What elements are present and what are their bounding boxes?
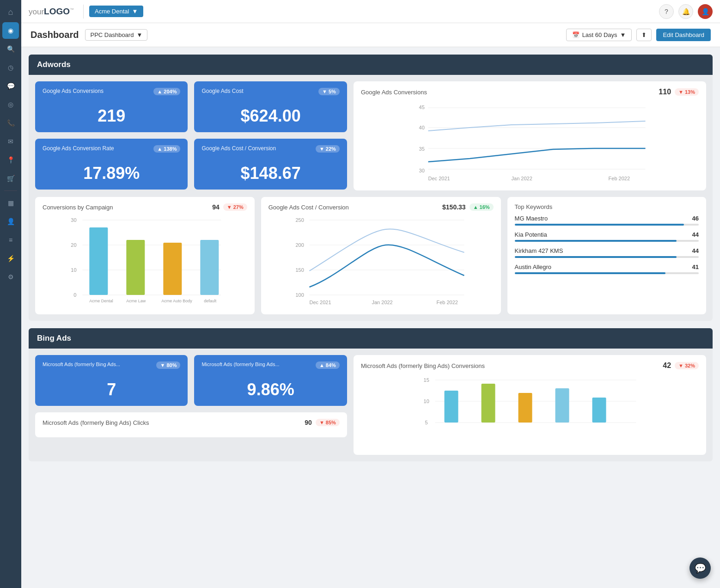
- bing-bar-chart-svg: 15 10 5: [361, 374, 699, 448]
- card-badge: ▲ 84%: [316, 361, 340, 369]
- sidebar-item-ecommerce[interactable]: 🛒: [2, 170, 19, 187]
- bing-section-header: Bing Ads: [29, 328, 713, 349]
- google-ads-cost-conversion-panel: Google Ads Cost / Conversion $150.33 ▲ 1…: [261, 197, 501, 314]
- sidebar-item-location[interactable]: 📍: [2, 152, 19, 168]
- svg-rect-21: [163, 243, 182, 295]
- sidebar: ⌂ ◉ 🔍 ◷ 💬 ◎ 📞 ✉ 📍 🛒 ▦ 👤 ≡ ⚡ ⚙: [0, 0, 21, 588]
- sidebar-item-email[interactable]: ✉: [2, 133, 19, 150]
- chart-current-value: 110: [659, 88, 671, 96]
- keyword-bar-fill: [515, 272, 666, 274]
- keyword-name: Kirkham 427 KMS: [515, 247, 563, 254]
- keywords-panel-header: Top Keywords: [515, 203, 699, 210]
- chart-header: Google Ads Conversions 110 ▼ 13%: [361, 88, 699, 96]
- sidebar-item-menu[interactable]: ≡: [2, 232, 19, 248]
- content-area: Adwords Google Ads Conversions ▲ 204% 21…: [21, 47, 720, 588]
- panel-title: Google Ads Cost / Conversion: [268, 204, 349, 211]
- svg-text:30: 30: [419, 168, 424, 173]
- svg-text:30: 30: [71, 217, 76, 223]
- chat-fab-button[interactable]: 💬: [689, 557, 711, 579]
- sidebar-item-analytics[interactable]: ◷: [2, 59, 19, 76]
- card-header: Google Ads Conversion Rate ▲ 138%: [43, 145, 180, 153]
- share-button[interactable]: ⬆: [636, 29, 652, 41]
- keywords-title: Top Keywords: [515, 203, 553, 210]
- card-bing-conversions: Microsoft Ads (formerly Bing Ads... ▼ 80…: [35, 355, 188, 406]
- svg-text:Feb 2022: Feb 2022: [608, 176, 629, 181]
- card-google-ads-cost-per-conversion: Google Ads Cost / Conversion ▼ 22% $148.…: [194, 139, 347, 190]
- svg-text:250: 250: [295, 217, 304, 223]
- svg-text:15: 15: [423, 377, 429, 383]
- keyword-bar-bg: [515, 256, 699, 258]
- card-label: Google Ads Conversion Rate: [43, 145, 114, 152]
- svg-text:Acme Dental: Acme Dental: [89, 299, 113, 303]
- card-label: Microsoft Ads (formerly Bing Ads...: [43, 361, 120, 367]
- sidebar-item-home[interactable]: ⌂: [2, 4, 19, 20]
- panel-value: 90: [305, 419, 312, 426]
- sidebar-item-messages[interactable]: 💬: [2, 78, 19, 94]
- client-selector[interactable]: Acme Dental ▼: [89, 6, 143, 17]
- keyword-count: 46: [692, 215, 699, 222]
- svg-text:Jan 2022: Jan 2022: [372, 300, 392, 305]
- svg-text:Jan 2022: Jan 2022: [511, 176, 532, 181]
- keyword-bar-fill: [515, 224, 684, 226]
- keyword-bar-fill: [515, 240, 677, 242]
- user-avatar[interactable]: 👤: [698, 4, 713, 19]
- date-range-button[interactable]: 📅 Last 60 Days ▼: [566, 29, 632, 41]
- sidebar-item-reports[interactable]: ▦: [2, 195, 19, 211]
- card-header: Google Ads Cost ▼ 5%: [201, 88, 339, 95]
- svg-rect-44: [444, 391, 458, 423]
- panel-trend: ▼ 27%: [223, 203, 247, 211]
- sidebar-item-dashboard[interactable]: ◉: [2, 22, 19, 39]
- avatar-initials: 👤: [702, 8, 709, 15]
- keyword-bar-fill: [515, 256, 677, 258]
- edit-dashboard-label: Edit Dashboard: [663, 31, 704, 38]
- logo-area: yourLOGO™: [29, 6, 74, 17]
- sidebar-item-settings[interactable]: ⚙: [2, 269, 19, 285]
- card-badge: ▼ 80%: [156, 361, 180, 369]
- sidebar-item-users[interactable]: 👤: [2, 213, 19, 230]
- dashboard-type-label: PPC Dashboard: [90, 31, 134, 38]
- line-chart-svg: 45 40 35 30 Dec 2021: [361, 101, 699, 184]
- dashboard-type-selector[interactable]: PPC Dashboard ▼: [85, 29, 147, 41]
- panel-value: 94: [212, 203, 220, 211]
- svg-text:150: 150: [295, 267, 304, 273]
- sidebar-item-search[interactable]: 🔍: [2, 41, 19, 57]
- keyword-bar-bg: [515, 272, 699, 274]
- keyword-item: Kia Potentia 44: [515, 231, 699, 242]
- sidebar-item-integrations[interactable]: ⚡: [2, 250, 19, 267]
- notifications-button[interactable]: 🔔: [678, 4, 693, 19]
- keyword-count: 44: [692, 247, 699, 254]
- panel-value: $150.33: [442, 203, 466, 211]
- adwords-title: Adwords: [37, 60, 71, 69]
- bar-chart-svg: 30 20 10 0: [43, 215, 247, 308]
- share-icon: ⬆: [641, 31, 647, 38]
- svg-text:5: 5: [425, 420, 427, 425]
- card-header: Microsoft Ads (formerly Bing Ads... ▲ 84…: [201, 361, 339, 369]
- keyword-item: Austin Allegro 41: [515, 263, 699, 274]
- svg-text:Dec 2021: Dec 2021: [428, 176, 450, 181]
- card-value: $624.00: [201, 106, 339, 126]
- card-bing-conversion-rate: Microsoft Ads (formerly Bing Ads... ▲ 84…: [194, 355, 347, 406]
- sidebar-item-social[interactable]: ◎: [2, 96, 19, 113]
- card-value: $148.67: [201, 164, 339, 183]
- svg-text:10: 10: [423, 398, 429, 404]
- svg-text:35: 35: [419, 146, 424, 152]
- bing-section-body: Microsoft Ads (formerly Bing Ads... ▼ 80…: [29, 349, 713, 461]
- card-label: Microsoft Ads (formerly Bing Ads...: [201, 361, 279, 367]
- help-button[interactable]: ?: [659, 4, 674, 19]
- card-header: Google Ads Cost / Conversion ▼ 22%: [201, 145, 339, 153]
- adwords-bottom-row: Conversions by Campaign 94 ▼ 27% 30 20 1…: [35, 197, 706, 314]
- chart-title: Microsoft Ads (formerly Bing Ads) Conver…: [361, 362, 485, 369]
- client-name: Acme Dental: [95, 8, 129, 15]
- calendar-icon: 📅: [572, 31, 580, 38]
- svg-text:100: 100: [295, 292, 304, 298]
- panel-header: Google Ads Cost / Conversion $150.33 ▲ 1…: [268, 203, 494, 211]
- sidebar-item-calls[interactable]: 📞: [2, 115, 19, 131]
- card-badge: ▲ 138%: [153, 145, 180, 153]
- svg-text:10: 10: [71, 267, 76, 273]
- chart-title: Google Ads Conversions: [361, 89, 427, 96]
- card-google-ads-conversion-rate: Google Ads Conversion Rate ▲ 138% 17.89%: [35, 139, 188, 190]
- edit-dashboard-button[interactable]: Edit Dashboard: [656, 29, 711, 41]
- svg-rect-47: [555, 388, 569, 423]
- panel-trend: ▲ 16%: [470, 203, 494, 211]
- svg-text:200: 200: [295, 242, 304, 248]
